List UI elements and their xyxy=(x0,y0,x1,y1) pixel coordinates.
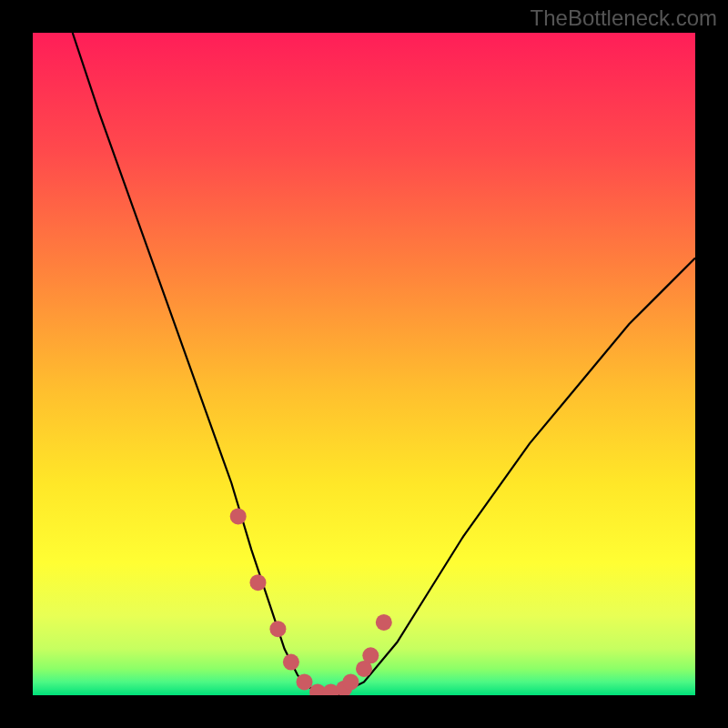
marker-point xyxy=(376,614,392,631)
chart-plot-area xyxy=(33,33,695,695)
marker-point xyxy=(297,673,313,690)
marker-point xyxy=(283,654,299,671)
marker-point xyxy=(269,621,286,637)
marker-point xyxy=(250,574,267,591)
marker-point xyxy=(230,508,247,524)
watermark-text: TheBottleneck.com xyxy=(531,5,717,31)
marker-point xyxy=(362,647,379,663)
chart-svg xyxy=(33,33,695,695)
marker-point xyxy=(342,673,359,690)
